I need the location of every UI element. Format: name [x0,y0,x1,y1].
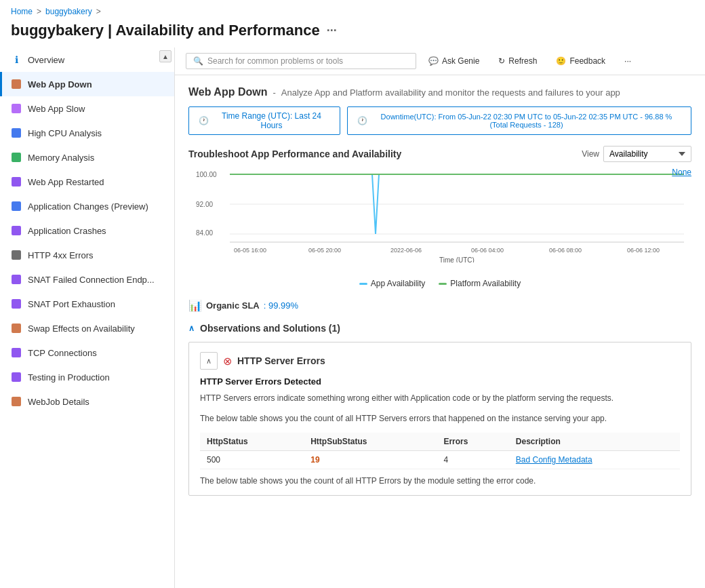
http4xx-icon [10,249,22,261]
table-row: 500194Bad Config Metadata [200,451,680,469]
sidebar-item-web-app-slow[interactable]: Web App Slow [0,96,174,121]
breadcrumb-sep2: > [96,7,101,16]
sidebar-item-snat-conn-label: SNAT Failed Connection Endp... [28,275,155,285]
sidebar-item-tcp-label: TCP Connections [28,348,97,358]
svg-text:84.00: 84.00 [196,229,213,237]
sidebar-item-overview[interactable]: ℹ Overview [0,47,174,72]
sidebar-item-http4xx[interactable]: HTTP 4xx Errors [0,243,174,267]
observations-section: ∧ Observations and Solutions (1) ∧ ⊗ HTT… [188,323,691,496]
sidebar-item-crashes[interactable]: Application Crashes [0,218,174,243]
snat-conn-icon [10,273,22,286]
sidebar-item-webjob[interactable]: WebJob Details [0,389,174,414]
collapse-button[interactable]: ∧ [200,352,218,370]
search-placeholder: Search for common problems or tools [207,56,343,66]
svg-rect-5 [12,201,21,211]
sidebar-item-changes-label: Application Changes (Preview) [28,201,148,212]
cell-description[interactable]: Bad Config Metadata [509,451,680,469]
sidebar-item-overview-label: Overview [28,55,64,65]
sidebar-item-high-cpu-label: High CPU Analysis [28,128,102,138]
sidebar-item-http4xx-label: HTTP 4xx Errors [28,250,94,260]
sidebar-item-memory[interactable]: Memory Analysis [0,145,174,170]
sidebar-scroll-up[interactable]: ▲ [159,50,172,62]
svg-rect-12 [12,372,21,382]
changes-icon [10,200,22,212]
search-box[interactable]: 🔍 Search for common problems or tools [186,53,416,69]
organic-sla: 📊 Organic SLA : 99.99% [188,299,691,312]
observations-chevron: ∧ [188,324,195,333]
crashes-icon [10,224,22,237]
time-range-label: Time Range (UTC): Last 24 Hours [213,111,330,130]
col-header-substatus: HttpSubStatus [304,433,437,451]
ask-genie-button[interactable]: 💬 Ask Genie [422,53,486,69]
legend-app: App Availability [359,279,426,288]
observations-title: Observations and Solutions (1) [200,323,340,334]
svg-text:92.00: 92.00 [196,201,213,208]
sidebar-item-swap-label: Swap Effects on Availability [28,324,135,334]
sidebar-item-snat-conn[interactable]: SNAT Failed Connection Endp... [0,267,174,292]
feedback-button[interactable]: 🙂 Feedback [549,53,612,69]
sidebar-item-testing-label: Testing in Production [28,372,110,383]
svg-text:06-05 16:00: 06-05 16:00 [234,247,266,254]
sidebar-item-crashes-label: Application Crashes [28,226,106,236]
svg-rect-1 [12,104,21,113]
svg-text:2022-06-06: 2022-06-06 [390,247,422,254]
refresh-icon: ↻ [498,56,505,66]
breadcrumb-app[interactable]: buggybakery [45,7,92,16]
svg-text:100.00: 100.00 [196,171,217,178]
svg-rect-9 [12,299,21,309]
refresh-button[interactable]: ↻ Refresh [491,53,544,69]
legend-platform-label: Platform Availability [450,279,521,288]
svg-text:06-06 12:00: 06-06 12:00 [627,247,660,254]
sidebar: ▲ ℹ Overview Web App DownWeb App SlowHig… [0,47,175,588]
chart-header: Troubleshoot App Performance and Availab… [188,146,691,162]
sidebar-item-changes[interactable]: Application Changes (Preview) [0,194,174,218]
downtime-button[interactable]: 🕐 Downtime(UTC): From 05-Jun-22 02:30 PM… [347,106,691,135]
breadcrumb-home[interactable]: Home [11,7,33,16]
sidebar-item-restarted[interactable]: Web App Restarted [0,170,174,194]
ask-genie-icon: 💬 [428,56,439,66]
section-title-text: Web App Down [188,86,267,98]
card-header: ∧ ⊗ HTTP Server Errors [200,352,680,370]
page-title-bar: buggybakery | Availability and Performan… [0,19,705,47]
svg-text:06-06 04:00: 06-06 04:00 [471,247,504,254]
sidebar-item-tcp[interactable]: TCP Connections [0,340,174,365]
sidebar-item-testing[interactable]: Testing in Production [0,365,174,389]
col-header-errors: Errors [437,433,508,451]
chart-section: Troubleshoot App Performance and Availab… [188,146,691,288]
sidebar-item-high-cpu[interactable]: High CPU Analysis [0,121,174,145]
svg-rect-3 [12,153,21,162]
svg-text:06-06 08:00: 06-06 08:00 [549,247,582,254]
overview-icon: ℹ [10,54,22,66]
sidebar-item-web-app-slow-label: Web App Slow [28,104,85,114]
observations-header[interactable]: ∧ Observations and Solutions (1) [188,323,691,334]
view-label: View [582,149,599,159]
toolbar: 🔍 Search for common problems or tools 💬 … [175,47,705,75]
ask-genie-label: Ask Genie [442,56,479,66]
svg-rect-7 [12,250,21,260]
page-title: buggybakery | Availability and Performan… [11,22,320,39]
view-dropdown[interactable]: Availability Requests [603,146,691,162]
observation-card: ∧ ⊗ HTTP Server Errors HTTP Server Error… [188,342,691,496]
view-select: View Availability Requests [582,146,691,162]
none-link[interactable]: None [672,168,691,177]
sidebar-item-swap[interactable]: Swap Effects on Availability [0,316,174,340]
svg-rect-2 [12,128,21,138]
chart-legend: App Availability Platform Availability [188,279,691,288]
col-header-status: HttpStatus [200,433,304,451]
sidebar-item-web-app-down-label: Web App Down [28,79,92,90]
more-options-button[interactable]: ··· [618,53,638,69]
refresh-label: Refresh [508,56,537,66]
downtime-clock-icon: 🕐 [357,116,367,125]
svg-text:Time (UTC): Time (UTC) [439,256,475,262]
sidebar-item-snat-port[interactable]: SNAT Port Exhaustion [0,292,174,316]
page-more-options[interactable]: ··· [327,24,337,38]
cell-substatus[interactable]: 19 [304,451,437,469]
time-range-button[interactable]: 🕐 Time Range (UTC): Last 24 Hours [188,106,340,135]
more-options-label: ··· [624,56,631,66]
main-layout: ▲ ℹ Overview Web App DownWeb App SlowHig… [0,47,705,588]
sidebar-item-web-app-down[interactable]: Web App Down [0,72,174,96]
content-area: 🔍 Search for common problems or tools 💬 … [175,47,705,588]
bottom-note: The below table shows you the count of a… [200,476,680,486]
availability-chart: 100.00 92.00 84.00 [188,168,691,262]
breadcrumb: Home > buggybakery > [0,0,705,19]
